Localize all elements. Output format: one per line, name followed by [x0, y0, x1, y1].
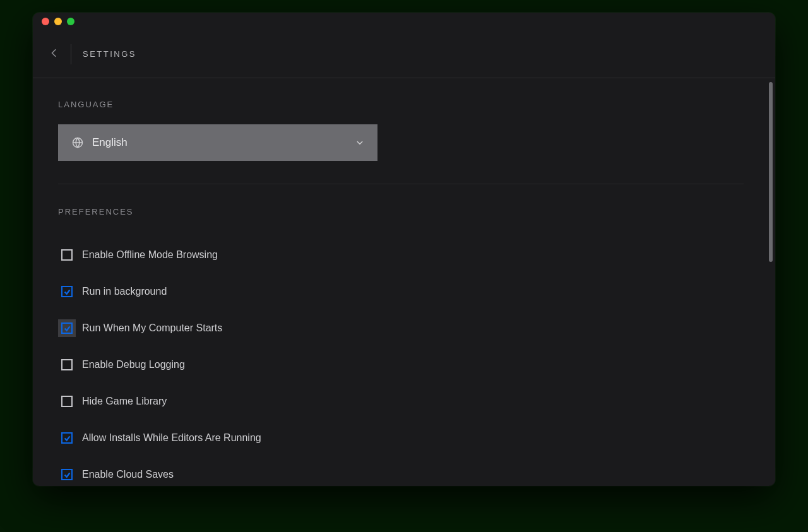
- checkbox-label: Run in background: [82, 286, 167, 297]
- checkbox-wrapper: [58, 466, 76, 483]
- check-icon: [64, 435, 71, 442]
- page-header: SETTINGS: [33, 30, 775, 78]
- preference-row[interactable]: Enable Offline Mode Browsing: [58, 239, 744, 271]
- checkbox-label: Enable Offline Mode Browsing: [82, 249, 218, 261]
- settings-content: LANGUAGE English PREFERENCES Enable Offl…: [33, 78, 769, 486]
- check-icon: [64, 325, 71, 332]
- checkbox[interactable]: [61, 396, 73, 407]
- checkbox-wrapper: [58, 246, 76, 264]
- preferences-section-label: PREFERENCES: [58, 207, 744, 216]
- header-divider: [71, 44, 71, 64]
- globe-icon: [72, 137, 83, 148]
- window-minimize-button[interactable]: [54, 18, 62, 25]
- checkbox[interactable]: [61, 469, 73, 480]
- app-window: SETTINGS LANGUAGE English PREFERENC: [33, 13, 775, 486]
- checkbox-wrapper: [58, 283, 76, 300]
- checkbox[interactable]: [61, 249, 73, 261]
- window-titlebar: [33, 13, 775, 30]
- preference-row[interactable]: Run in background: [58, 276, 744, 307]
- checkbox-wrapper: [58, 319, 76, 337]
- checkbox-wrapper: [58, 356, 76, 374]
- preference-row[interactable]: Run When My Computer Starts: [58, 312, 744, 344]
- chevron-down-icon: [356, 139, 364, 146]
- window-close-button[interactable]: [42, 18, 49, 25]
- language-selected-value: English: [92, 136, 356, 149]
- preference-row[interactable]: Hide Game Library: [58, 386, 744, 417]
- language-section-label: LANGUAGE: [58, 100, 744, 109]
- checkbox[interactable]: [61, 286, 73, 297]
- checkbox-label: Hide Game Library: [82, 396, 167, 407]
- preferences-list: Enable Offline Mode BrowsingRun in backg…: [58, 232, 744, 486]
- scrollbar-track[interactable]: [769, 78, 775, 486]
- window-zoom-button[interactable]: [67, 18, 74, 25]
- chevron-left-icon: [50, 49, 59, 60]
- page-title: SETTINGS: [83, 49, 136, 59]
- checkbox[interactable]: [61, 359, 73, 370]
- checkbox-label: Run When My Computer Starts: [82, 322, 222, 334]
- checkbox[interactable]: [61, 322, 73, 334]
- check-icon: [64, 471, 71, 478]
- content-wrapper: LANGUAGE English PREFERENCES Enable Offl…: [33, 78, 775, 486]
- section-divider: [58, 184, 744, 184]
- checkbox[interactable]: [61, 432, 73, 444]
- language-dropdown[interactable]: English: [58, 124, 377, 161]
- checkbox-wrapper: [58, 393, 76, 410]
- back-button[interactable]: [44, 44, 64, 64]
- preference-row[interactable]: Enable Cloud Saves: [58, 459, 744, 486]
- checkbox-label: Allow Installs While Editors Are Running: [82, 432, 261, 444]
- check-icon: [64, 288, 71, 295]
- preference-row[interactable]: Enable Debug Logging: [58, 349, 744, 381]
- preference-row[interactable]: Allow Installs While Editors Are Running: [58, 422, 744, 454]
- scrollbar-thumb[interactable]: [769, 82, 773, 262]
- checkbox-wrapper: [58, 429, 76, 447]
- checkbox-label: Enable Cloud Saves: [82, 469, 174, 480]
- checkbox-label: Enable Debug Logging: [82, 359, 185, 370]
